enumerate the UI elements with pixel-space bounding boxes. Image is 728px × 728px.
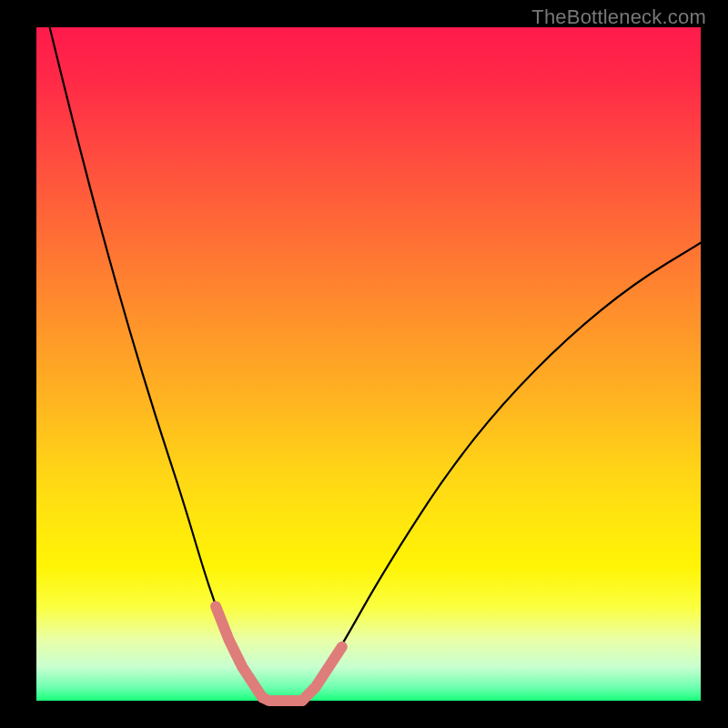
highlight-bottom-segment: [262, 697, 302, 701]
watermark-text: TheBottleneck.com: [531, 5, 706, 29]
plot-area: [36, 27, 701, 701]
highlight-right-segment: [302, 647, 342, 701]
series-left-curve: [50, 27, 269, 701]
highlight-left-segment: [216, 606, 262, 697]
curve-layer: [36, 27, 701, 701]
chart-frame: TheBottleneck.com: [0, 0, 728, 728]
series-right-curve: [302, 243, 701, 701]
